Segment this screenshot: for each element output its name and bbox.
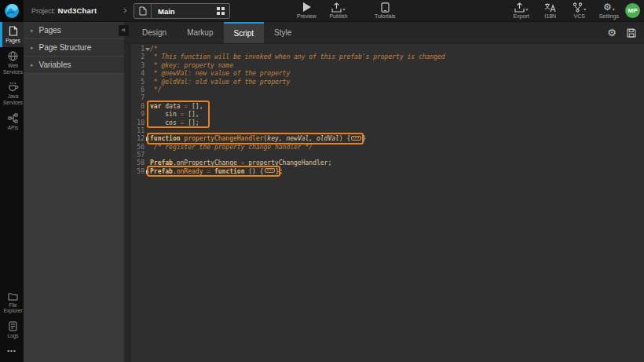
code-line[interactable]: 56 /* register the property change handl… [124, 144, 644, 152]
script-settings-gear-icon[interactable]: ⚙ [607, 28, 617, 38]
sidebar-item-file-explorer[interactable]: File Explorer [0, 288, 24, 318]
action-label: Publish [329, 13, 347, 19]
panel-section-label: Variables [39, 60, 71, 69]
chevron-right-icon: › [123, 0, 126, 22]
line-number: 56 [124, 144, 145, 152]
page-grid-icon[interactable] [212, 7, 229, 15]
log-icon [9, 321, 17, 331]
settings-button[interactable]: ⚙ ▾ Settings [599, 2, 619, 19]
code-editor[interactable]: 1/*2 * This function will be invoked whe… [124, 44, 644, 362]
wavemaker-logo-icon [4, 3, 20, 19]
tab-design[interactable]: Design [132, 22, 177, 43]
action-label: Export [514, 13, 529, 19]
panel-section-page-structure[interactable]: ▸ Page Structure [24, 39, 124, 57]
annotation-box [147, 101, 210, 128]
coffee-icon [8, 82, 19, 92]
code-line[interactable]: 57 [124, 152, 644, 159]
panel-section-pages[interactable]: ▸ Pages [24, 22, 124, 39]
top-bar: Project:Nvd3Chart › Main Preview [0, 0, 644, 22]
code-line[interactable]: 2 * This function will be invoked when a… [124, 53, 644, 61]
tab-script[interactable]: Script [224, 22, 265, 43]
code-line[interactable]: 3 * @key: property name [124, 62, 644, 70]
page-selector-value: Main [152, 7, 212, 16]
globe-icon [8, 51, 18, 61]
tab-style[interactable]: Style [264, 22, 302, 43]
app-logo[interactable] [0, 0, 24, 22]
action-label: Preview [297, 13, 317, 19]
device-icon [381, 2, 390, 13]
code-text: /* register the property change handler … [150, 144, 313, 152]
triangle-collapsed-icon: ▸ [31, 27, 34, 34]
line-number: 6 [124, 86, 145, 94]
translate-icon [544, 2, 556, 13]
project-label: Project: [31, 7, 56, 15]
panel-section-label: Page Structure [39, 43, 92, 52]
save-icon[interactable] [627, 28, 636, 38]
sidebar-item-apis[interactable]: APIs [0, 109, 24, 134]
user-avatar[interactable]: MP [625, 3, 640, 18]
sidebar-item-logs[interactable]: Logs [0, 317, 24, 342]
caret-down-icon: ▾ [584, 6, 586, 12]
line-number: 4 [124, 70, 145, 78]
tutorials-button[interactable]: Tutorials [375, 2, 396, 19]
line-number: 57 [124, 152, 145, 159]
page-selector[interactable]: Main [134, 3, 230, 19]
sidebar-item-label: Pages [5, 38, 20, 44]
panel-section-variables[interactable]: ▸ Variables [24, 57, 124, 74]
fold-marker-icon[interactable] [145, 48, 150, 51]
topbar-actions-left: Preview ▾ Publish Tutorials [297, 2, 396, 19]
action-label: Tutorials [375, 13, 396, 19]
sidebar-item-label: Logs [7, 333, 18, 339]
line-number: 59 [124, 168, 145, 176]
annotation-box [147, 133, 364, 144]
i18n-button[interactable]: I18N [541, 2, 560, 19]
sidebar-item-label: File Explorer [2, 302, 24, 315]
code-text: * @key: property name [150, 62, 233, 70]
line-number: 7 [124, 94, 145, 102]
code-line[interactable]: 1/* [124, 46, 644, 53]
more-options-icon[interactable]: ••• [0, 342, 24, 359]
sidebar-item-java-services[interactable]: Java Services [0, 78, 24, 109]
annotation-box [147, 166, 280, 177]
line-number: 1 [124, 46, 145, 53]
code-line[interactable]: 6 */ [124, 86, 644, 94]
upload-icon [514, 2, 525, 13]
caret-down-icon: ▾ [613, 6, 615, 12]
sidebar-item-label: APIs [8, 125, 19, 131]
folder-icon [8, 292, 18, 301]
vcs-button[interactable]: ▾ VCS [570, 2, 589, 19]
code-text: * This function will be invoked when any… [150, 53, 445, 61]
code-text: */ [150, 86, 161, 94]
code-line[interactable]: 5 * @oldVal: old value of the property [124, 79, 644, 86]
activity-bar-bottom: File Explorer Logs ••• [0, 288, 24, 359]
action-label: I18N [544, 13, 556, 19]
line-number: 5 [124, 79, 145, 86]
project-breadcrumb: Project:Nvd3Chart [31, 0, 97, 22]
panel-collapse-button[interactable]: « [119, 25, 129, 36]
code-text: /* [150, 46, 158, 53]
triangle-collapsed-icon: ▸ [31, 45, 34, 51]
export-button[interactable]: ▾ Export [512, 2, 531, 19]
action-label: Settings [599, 13, 619, 19]
sidebar-item-pages[interactable]: Pages [0, 22, 24, 47]
page-file-icon [134, 4, 152, 18]
page-icon [9, 26, 18, 36]
branch-icon [573, 2, 583, 13]
upload-icon [331, 2, 342, 13]
project-name: Nvd3Chart [58, 6, 97, 15]
line-number: 58 [124, 159, 145, 167]
preview-button[interactable]: Preview [297, 2, 317, 19]
editor-toolbar: ⚙ [607, 22, 636, 44]
panel-section-label: Pages [39, 26, 61, 35]
play-icon [302, 2, 311, 13]
tab-markup[interactable]: Markup [177, 22, 223, 43]
code-line[interactable]: 4 * @newVal: new value of the property [124, 70, 644, 78]
sidebar-item-web-services[interactable]: Web Services [0, 47, 24, 79]
nodes-icon [8, 113, 18, 123]
gear-icon: ⚙ [603, 2, 612, 12]
wavemaker-studio-window: Project:Nvd3Chart › Main Preview [0, 0, 644, 362]
line-number: 3 [124, 62, 145, 70]
line-number: 8 [124, 103, 145, 111]
publish-button[interactable]: ▾ Publish [329, 2, 348, 19]
triangle-collapsed-icon: ▸ [31, 62, 34, 68]
